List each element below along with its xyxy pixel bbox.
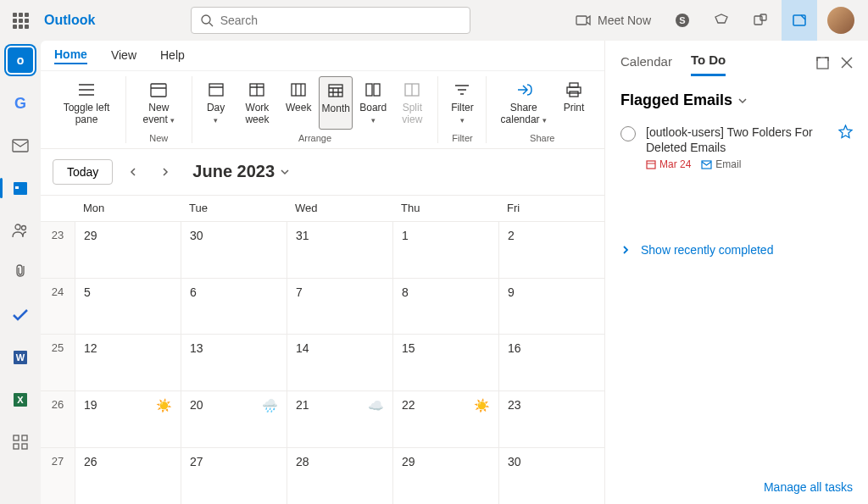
split-icon xyxy=(400,80,424,100)
day-cell[interactable]: 28 xyxy=(287,448,392,504)
day-cell[interactable]: 22☀️ xyxy=(392,391,498,447)
task-item[interactable]: [outlook-users] Two Folders For Deleted … xyxy=(605,118,868,177)
day-cell[interactable]: 12 xyxy=(75,335,181,390)
day-cell[interactable]: 15 xyxy=(392,335,498,390)
chevron-down-icon: ▾ xyxy=(460,116,465,125)
manage-tasks-link[interactable]: Manage all tasks xyxy=(605,470,868,504)
svg-rect-26 xyxy=(209,84,223,96)
people-rail-icon[interactable] xyxy=(7,217,34,244)
day-cell[interactable]: 1 xyxy=(392,222,498,278)
close-icon[interactable] xyxy=(841,57,853,72)
work-week-button[interactable]: Work week xyxy=(236,76,279,130)
day-cell[interactable]: 21☁️ xyxy=(287,391,392,447)
avatar[interactable] xyxy=(827,7,854,34)
day-cell[interactable]: 30 xyxy=(181,222,287,278)
svg-point-11 xyxy=(15,224,20,230)
todo-section-title[interactable]: Flagged Emails xyxy=(605,76,868,118)
app-launcher-icon[interactable] xyxy=(7,7,34,34)
week-number: 23 xyxy=(41,222,75,278)
today-button[interactable]: Today xyxy=(53,159,113,185)
svg-rect-40 xyxy=(374,84,380,96)
day-cell[interactable]: 14 xyxy=(287,335,392,390)
day-cell[interactable]: 16 xyxy=(498,335,604,390)
search-input[interactable] xyxy=(220,14,461,27)
tab-help[interactable]: Help xyxy=(160,48,185,64)
meet-now-button[interactable]: Meet Now xyxy=(565,14,661,27)
svg-line-1 xyxy=(209,23,213,26)
chevron-down-icon: ▾ xyxy=(371,116,376,125)
chevron-down-icon: ▾ xyxy=(214,116,218,125)
day-cell[interactable]: 13 xyxy=(181,335,287,390)
weekday-header: Mon xyxy=(75,196,181,221)
todo-tab-todo[interactable]: To Do xyxy=(691,53,726,76)
word-rail-icon[interactable]: W xyxy=(7,344,34,371)
tab-home[interactable]: Home xyxy=(54,47,87,64)
task-complete-circle[interactable] xyxy=(620,126,636,141)
day-cell[interactable]: 26 xyxy=(75,448,181,504)
filter-button[interactable]: Filter▾ xyxy=(445,76,479,130)
svg-rect-19 xyxy=(14,444,19,449)
svg-rect-31 xyxy=(292,84,305,96)
weekday-header: Thu xyxy=(392,196,498,221)
week-number: 25 xyxy=(41,335,75,390)
svg-rect-46 xyxy=(570,83,578,87)
day-cell[interactable]: 23 xyxy=(498,391,604,447)
day-cell[interactable]: 30 xyxy=(498,448,604,504)
month-title[interactable]: June 2023 xyxy=(192,162,290,181)
show-completed-button[interactable]: Show recently completed xyxy=(605,228,868,272)
weather-icon: 🌧️ xyxy=(262,398,278,413)
day-cell[interactable]: 9 xyxy=(498,279,604,335)
expand-icon[interactable] xyxy=(816,57,829,72)
next-month-button[interactable] xyxy=(153,160,177,184)
weather-icon: ☀️ xyxy=(156,398,172,413)
search-box[interactable] xyxy=(191,7,470,34)
new-event-button[interactable]: New event ▾ xyxy=(133,76,185,130)
task-due-date: Mar 24 xyxy=(646,158,691,170)
toggle-pane-button[interactable]: Toggle left pane xyxy=(54,76,119,130)
todo-rail-icon[interactable] xyxy=(7,302,34,329)
excel-rail-icon[interactable]: X xyxy=(7,386,34,413)
my-day-icon[interactable] xyxy=(782,0,817,41)
hamburger-icon xyxy=(75,80,98,100)
skype-icon[interactable]: S xyxy=(665,0,700,41)
day-cell[interactable]: 29 xyxy=(392,448,498,504)
board-view-button[interactable]: Board▾ xyxy=(356,76,390,130)
premium-icon[interactable] xyxy=(704,0,739,41)
svg-rect-2 xyxy=(576,16,587,25)
google-icon[interactable]: G xyxy=(7,90,34,117)
mail-rail-icon[interactable] xyxy=(7,132,34,159)
day-cell[interactable]: 8 xyxy=(392,279,498,335)
teams-icon[interactable] xyxy=(743,0,778,41)
work-week-icon xyxy=(245,80,269,100)
tab-view[interactable]: View xyxy=(111,48,136,64)
print-button[interactable]: Print xyxy=(557,76,591,130)
svg-rect-17 xyxy=(14,435,19,440)
star-icon[interactable] xyxy=(838,125,853,143)
svg-rect-39 xyxy=(366,84,372,96)
svg-point-12 xyxy=(22,226,26,230)
week-view-button[interactable]: Week xyxy=(281,76,315,130)
share-calendar-button[interactable]: Share calendar ▾ xyxy=(493,76,554,130)
calendar-rail-icon[interactable] xyxy=(7,174,34,202)
weather-icon: ☀️ xyxy=(474,398,490,413)
day-cell[interactable]: 6 xyxy=(181,279,287,335)
day-cell[interactable]: 20🌧️ xyxy=(181,391,287,447)
chevron-down-icon: ▾ xyxy=(542,116,547,125)
day-cell[interactable]: 31 xyxy=(287,222,392,278)
day-cell[interactable]: 2 xyxy=(498,222,604,278)
svg-rect-24 xyxy=(151,84,166,97)
day-cell[interactable]: 7 xyxy=(287,279,392,335)
todo-tab-calendar[interactable]: Calendar xyxy=(620,54,672,75)
day-cell[interactable]: 19☀️ xyxy=(75,391,181,447)
prev-month-button[interactable] xyxy=(121,160,145,184)
month-view-button[interactable]: Month xyxy=(319,76,353,130)
day-cell[interactable]: 27 xyxy=(181,448,287,504)
day-cell[interactable]: 5 xyxy=(75,279,181,335)
day-cell[interactable]: 29 xyxy=(75,222,181,278)
outlook-logo-icon[interactable]: o xyxy=(6,46,35,75)
more-apps-rail-icon[interactable] xyxy=(7,429,34,456)
day-icon xyxy=(204,80,228,100)
files-rail-icon[interactable] xyxy=(7,259,34,286)
svg-text:S: S xyxy=(679,15,685,25)
day-view-button[interactable]: Day▾ xyxy=(199,76,233,130)
